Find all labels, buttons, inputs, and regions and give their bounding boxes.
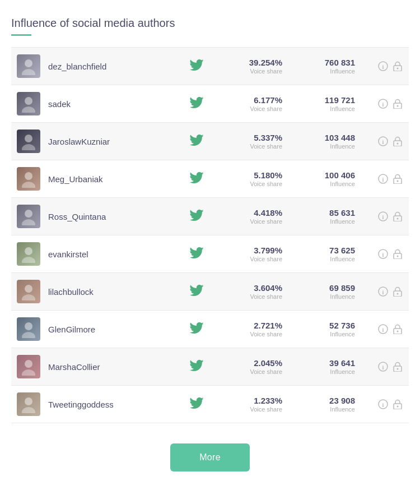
lock-icon[interactable] (392, 399, 403, 410)
svg-point-36 (25, 285, 32, 293)
voice-share-value: 39.254% (226, 58, 282, 67)
action-icons: i (377, 286, 403, 297)
avatar (17, 205, 40, 228)
info-icon[interactable]: i (377, 399, 389, 410)
stats-group: 2.721% Voice share 52 736 Influence i (226, 321, 403, 337)
twitter-icon (189, 96, 204, 111)
voice-share-block: 5.180% Voice share (226, 170, 282, 187)
author-row: evankirstel 3.799% Voice share 73 625 In… (11, 235, 409, 273)
avatar (17, 54, 40, 78)
info-icon[interactable]: i (377, 361, 389, 372)
lock-icon[interactable] (392, 211, 403, 222)
stats-group: 4.418% Voice share 85 631 Influence i (226, 208, 403, 225)
svg-point-12 (25, 135, 32, 142)
lock-icon[interactable] (392, 61, 403, 72)
author-row: lilachbullock 3.604% Voice share 69 859 … (11, 273, 409, 311)
avatar (17, 392, 40, 416)
action-icons: i (377, 173, 403, 184)
influence-label: Influence (299, 406, 355, 413)
influence-label: Influence (299, 331, 355, 337)
svg-point-23 (397, 181, 399, 182)
avatar (17, 167, 40, 191)
author-name: Tweetinggoddess (48, 400, 189, 409)
svg-point-54 (25, 397, 32, 405)
author-row: Ross_Quintana 4.418% Voice share 85 631 … (11, 198, 409, 235)
influence-value: 100 406 (299, 170, 355, 180)
main-container: Influence of social media authors dez_bl… (0, 0, 420, 494)
voice-share-block: 5.337% Voice share (226, 133, 282, 150)
lock-icon[interactable] (392, 286, 403, 297)
page-title: Influence of social media authors (11, 17, 409, 30)
influence-label: Influence (299, 143, 355, 150)
svg-point-6 (25, 97, 32, 105)
voice-share-block: 3.604% Voice share (226, 283, 282, 300)
info-icon[interactable]: i (377, 211, 389, 222)
voice-share-block: 3.799% Voice share (226, 246, 282, 262)
influence-block: 100 406 Influence (299, 170, 355, 187)
svg-point-41 (397, 293, 399, 295)
action-icons: i (377, 248, 403, 260)
avatar-image (20, 245, 38, 263)
lock-icon[interactable] (392, 248, 403, 260)
svg-point-42 (25, 322, 32, 330)
svg-point-13 (22, 144, 35, 150)
author-row: MarshaCollier 2.045% Voice share 39 641 … (11, 348, 409, 386)
influence-block: 69 859 Influence (299, 283, 355, 300)
twitter-icon (189, 322, 204, 336)
stats-group: 3.799% Voice share 73 625 Influence i (226, 246, 403, 262)
voice-share-value: 5.180% (226, 170, 282, 180)
twitter-icon (189, 172, 204, 186)
voice-share-label: Voice share (226, 143, 282, 150)
author-name: dez_blanchfield (48, 62, 189, 71)
influence-label: Influence (299, 181, 355, 187)
author-row: GlenGilmore 2.721% Voice share 52 736 In… (11, 311, 409, 348)
svg-point-49 (22, 369, 35, 376)
svg-point-55 (22, 407, 35, 413)
lock-icon[interactable] (392, 323, 403, 335)
twitter-icon (189, 209, 204, 224)
svg-text:i: i (382, 289, 384, 295)
author-row: sadek 6.177% Voice share 119 721 Influen… (11, 85, 409, 123)
voice-share-block: 2.721% Voice share (226, 321, 282, 337)
influence-block: 103 448 Influence (299, 133, 355, 150)
info-icon[interactable]: i (377, 248, 389, 260)
action-icons: i (377, 61, 403, 72)
author-name: Meg_Urbaniak (48, 174, 189, 184)
voice-share-value: 3.604% (226, 283, 282, 293)
voice-share-label: Voice share (226, 68, 282, 75)
svg-text:i: i (382, 64, 384, 70)
lock-icon[interactable] (392, 173, 403, 184)
influence-block: 760 831 Influence (299, 58, 355, 75)
influence-block: 23 908 Influence (299, 396, 355, 413)
voice-share-label: Voice share (226, 105, 282, 112)
action-icons: i (377, 361, 403, 372)
info-icon[interactable]: i (377, 173, 389, 184)
lock-icon[interactable] (392, 98, 403, 109)
svg-point-25 (22, 219, 35, 225)
author-row: JaroslawKuzniar 5.337% Voice share 103 4… (11, 123, 409, 160)
svg-point-47 (397, 331, 399, 332)
info-icon[interactable]: i (377, 323, 389, 335)
avatar-image (20, 358, 38, 376)
avatar (17, 280, 40, 303)
author-name: evankirstel (48, 249, 189, 259)
avatar (17, 92, 40, 115)
info-icon[interactable]: i (377, 136, 389, 147)
voice-share-block: 1.233% Voice share (226, 396, 282, 413)
svg-point-0 (25, 59, 32, 67)
info-icon[interactable]: i (377, 286, 389, 297)
voice-share-label: Voice share (226, 218, 282, 225)
action-icons: i (377, 136, 403, 147)
action-icons: i (377, 323, 403, 335)
svg-point-48 (25, 360, 32, 368)
more-button[interactable]: More (170, 443, 250, 471)
info-icon[interactable]: i (377, 61, 389, 72)
lock-icon[interactable] (392, 136, 403, 147)
author-row: dez_blanchfield 39.254% Voice share 760 … (11, 48, 409, 85)
influence-value: 85 631 (299, 208, 355, 218)
info-icon[interactable]: i (377, 98, 389, 109)
voice-share-label: Voice share (226, 406, 282, 413)
lock-icon[interactable] (392, 361, 403, 372)
influence-value: 73 625 (299, 246, 355, 255)
avatar-image (20, 320, 38, 338)
